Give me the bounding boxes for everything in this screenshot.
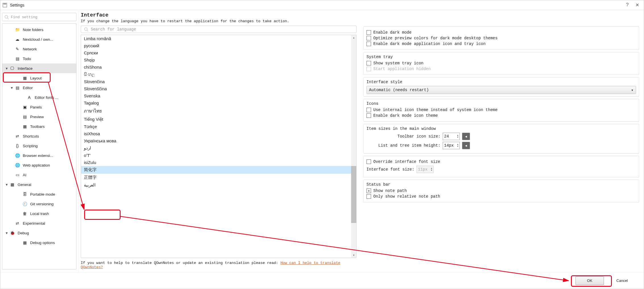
sidebar: 📁Note folders☁Nextcloud / own...✎Network… <box>0 10 78 272</box>
language-item[interactable]: Српски <box>81 49 356 56</box>
tree-item-panels[interactable]: ▣Panels <box>2 102 76 112</box>
dark-app-icon-checkbox[interactable] <box>366 42 371 46</box>
tree-item-editor-fonts-[interactable]: AEditor fonts ... <box>2 93 76 102</box>
tree-item-experimental[interactable]: ⇄Experimental <box>2 218 76 228</box>
section-title: Interface style <box>366 80 636 84</box>
toolbar-icon-size-spinner[interactable]: 24▲▼ <box>443 133 460 140</box>
language-item[interactable]: العربية <box>81 181 356 189</box>
toolbar-icon-size-reset[interactable]: ◀ <box>462 133 470 140</box>
preview-icon: ▤ <box>22 114 27 119</box>
portable-icon: 🗄 <box>22 192 27 197</box>
chevron-down-icon: ▾ <box>631 88 633 93</box>
tree-item-nextcloud-own-[interactable]: ☁Nextcloud / own... <box>2 34 76 44</box>
tree-item-toolbars[interactable]: ▦Toolbars <box>2 122 76 131</box>
language-item[interactable]: Limba română <box>81 35 356 42</box>
cloud-icon: ☁ <box>15 37 20 42</box>
language-item[interactable]: 正體字 <box>81 174 356 181</box>
tree-item-shortcuts[interactable]: ⇄Shortcuts <box>2 131 76 141</box>
tree-item-layout[interactable]: ▦Layout <box>2 73 76 83</box>
section-title: Item sizes in the main window <box>366 126 636 131</box>
internal-icon-theme-checkbox[interactable] <box>366 108 371 112</box>
cancel-button[interactable]: Cancel <box>608 276 636 285</box>
font-size-spinner: 11px▲▼ <box>417 166 434 173</box>
svg-line-5 <box>87 30 88 31</box>
debugopt-icon: ▦ <box>22 240 27 245</box>
override-font-size-checkbox[interactable] <box>366 159 371 164</box>
tree-item-portable-mode[interactable]: 🗄Portable mode <box>2 189 76 199</box>
language-item[interactable]: Türkçe <box>81 123 356 130</box>
language-item[interactable]: සිංහල <box>81 71 356 78</box>
show-relative-path-checkbox[interactable] <box>366 194 371 199</box>
tree-item-height-reset[interactable]: ◀ <box>462 142 470 149</box>
language-item[interactable]: Slovenčina <box>81 78 356 85</box>
checkbox-label: Enable dark mode icon theme <box>373 113 438 118</box>
find-setting-input[interactable] <box>2 13 76 21</box>
show-note-path-checkbox[interactable]: ✕ <box>366 188 371 193</box>
tree-item-browser-extensi-[interactable]: 🌐Browser extensi... <box>2 151 76 160</box>
tree-item-label: Shortcuts <box>23 134 39 138</box>
tree-item-debug-options[interactable]: ▦Debug options <box>2 238 76 247</box>
language-item[interactable]: o'T' <box>81 152 356 159</box>
tree-item-local-trash[interactable]: 🗑Local trash <box>2 209 76 218</box>
general-icon: ▦ <box>10 182 15 187</box>
dark-mode-section: Enable dark mode Optimize preview colors… <box>363 26 639 50</box>
settings-tree[interactable]: 📁Note folders☁Nextcloud / own...✎Network… <box>2 23 76 269</box>
scroll-down-icon[interactable]: ▾ <box>351 253 356 258</box>
language-item[interactable]: ภาษาไทย <box>81 106 356 116</box>
checkbox-label: Start application hidden <box>373 67 431 71</box>
language-item[interactable]: 简化字 <box>81 166 356 174</box>
page-heading: Interface <box>81 12 357 18</box>
language-search-input[interactable] <box>91 27 354 32</box>
tree-item-interface[interactable]: ▾🖵Interface <box>2 63 76 73</box>
tree-item-todo[interactable]: ▤Todo <box>2 54 76 63</box>
language-item[interactable]: Svenska <box>81 92 356 99</box>
tree-item-label: Browser extensi... <box>23 153 53 158</box>
section-title: System tray <box>366 55 636 59</box>
show-tray-icon-checkbox[interactable] <box>366 61 371 65</box>
help-icon[interactable]: ? <box>626 2 629 8</box>
language-item[interactable]: Українська мова <box>81 137 356 144</box>
ok-button[interactable]: OK <box>575 276 604 285</box>
editor-icon: ▤ <box>15 85 20 90</box>
tree-item-web-application[interactable]: 🌐Web application <box>2 160 76 170</box>
language-item[interactable]: chiShona <box>81 63 356 71</box>
search-icon <box>84 27 88 32</box>
bug-icon: 🐞 <box>10 230 15 235</box>
tree-item-network[interactable]: ✎Network <box>2 44 76 54</box>
expand-arrow-icon[interactable]: ▾ <box>6 231 10 235</box>
expand-arrow-icon[interactable]: ▾ <box>6 66 10 71</box>
tree-item-editor[interactable]: ▾▤Editor <box>2 83 76 93</box>
language-item[interactable]: isiZulu <box>81 159 356 166</box>
tree-item-height-spinner[interactable]: 14px▲▼ <box>443 142 460 149</box>
scroll-up-icon[interactable]: ▴ <box>351 35 356 40</box>
tree-item-general[interactable]: ▾▦General <box>2 180 76 189</box>
language-item[interactable]: isiXhosa <box>81 130 356 137</box>
close-icon[interactable]: ✕ <box>635 2 639 8</box>
tree-item-note-folders[interactable]: 📁Note folders <box>2 25 76 34</box>
expand-arrow-icon[interactable]: ▾ <box>6 182 10 187</box>
ai-icon: ▭ <box>15 172 20 177</box>
language-item[interactable]: Shqip <box>81 56 356 63</box>
language-item[interactable]: Tagalog <box>81 99 356 106</box>
tree-item-label: Nextcloud / own... <box>23 37 53 42</box>
tree-item-scripting[interactable]: {}Scripting <box>2 141 76 151</box>
tree-item-ai[interactable]: ▭AI <box>2 170 76 180</box>
expand-arrow-icon[interactable]: ▾ <box>11 85 15 90</box>
interface-style-select[interactable]: Automatic (needs restart)▾ <box>366 86 636 94</box>
tree-item-debug[interactable]: ▾🐞Debug <box>2 228 76 238</box>
language-item[interactable]: русский <box>81 42 356 49</box>
tree-item-preview[interactable]: ▤Preview <box>2 112 76 122</box>
language-item[interactable]: Tiếng Việt <box>81 116 356 123</box>
language-list[interactable]: Limba românăрусскийСрпскиShqipchiShonaසි… <box>81 35 357 258</box>
scrollbar-thumb[interactable] <box>351 166 356 223</box>
tree-item-git-versioning[interactable]: 🕘Git versioning <box>2 199 76 209</box>
enable-dark-mode-checkbox[interactable] <box>366 30 371 35</box>
language-item[interactable]: اردو <box>81 144 356 152</box>
script-icon: {} <box>15 143 20 148</box>
optimize-preview-checkbox[interactable] <box>366 36 371 40</box>
checkbox-label: Enable dark mode application icon and tr… <box>373 42 486 46</box>
language-item[interactable]: Slovenščina <box>81 85 356 92</box>
dark-icon-theme-checkbox[interactable] <box>366 113 371 118</box>
font-section: Override interface font size Interface f… <box>363 156 639 177</box>
scrollbar[interactable]: ▴ ▾ <box>351 35 356 258</box>
